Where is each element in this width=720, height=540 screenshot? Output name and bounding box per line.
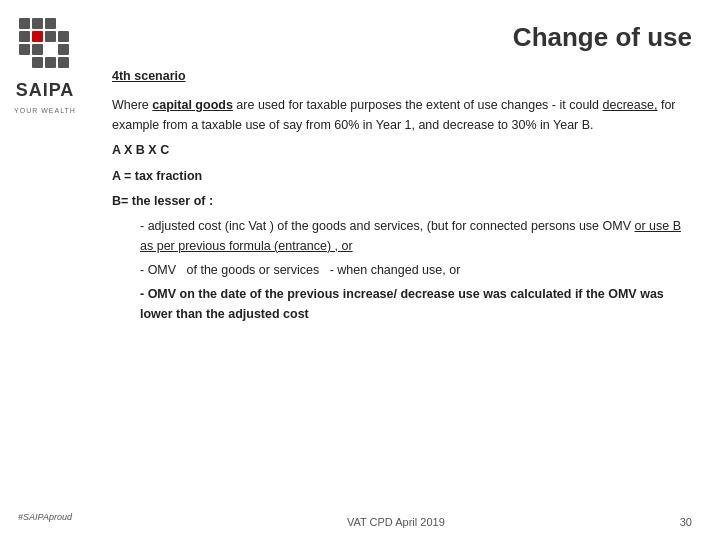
bullet-item-3: - OMV on the date of the previous increa…: [140, 285, 692, 324]
logo-text: SAIPA: [16, 80, 75, 101]
footer-center-text: VAT CPD April 2019: [347, 516, 445, 528]
scenario-heading: 4th scenario: [112, 67, 186, 86]
logo-area: SAIPA YOUR WEALTH: [14, 18, 76, 114]
page-title: Change of use: [112, 22, 692, 53]
bullet-list: - adjusted cost (inc Vat ) of the goods …: [112, 217, 692, 324]
page-number: 30: [680, 516, 692, 528]
formula-b: B= the lesser of :: [112, 192, 692, 211]
logo-tagline: YOUR WEALTH: [14, 107, 76, 114]
formula-a: A = tax fraction: [112, 167, 692, 186]
saipa-logo-grid: [19, 18, 71, 70]
hashtag-label: #SAIPAproud: [18, 512, 72, 522]
scenario-heading-para: 4th scenario: [112, 67, 692, 90]
content-body: 4th scenario Where capital goods are use…: [112, 67, 692, 520]
formula-axbxc: A X B X C: [112, 141, 692, 160]
footer: VAT CPD April 2019 30: [90, 516, 720, 528]
decrease-text: decrease,: [603, 98, 658, 112]
bullet-item-2: - OMV of the goods or services - when ch…: [140, 261, 692, 280]
or-use-b-text: or use B as per previous formula (entran…: [140, 219, 681, 252]
bullet-item-1: - adjusted cost (inc Vat ) of the goods …: [140, 217, 692, 256]
capital-goods-text: capital goods: [152, 98, 233, 112]
intro-paragraph: Where capital goods are used for taxable…: [112, 96, 692, 135]
main-content: Change of use 4th scenario Where capital…: [90, 0, 720, 540]
sidebar: SAIPA YOUR WEALTH #SAIPAproud: [0, 0, 90, 540]
